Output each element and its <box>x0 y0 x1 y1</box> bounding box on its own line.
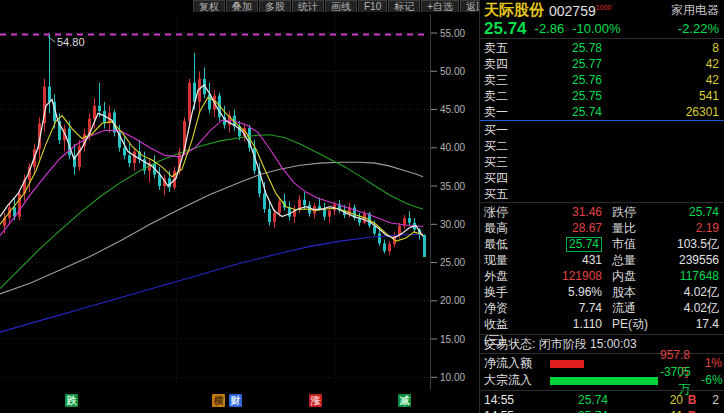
ma-line-MA120 <box>0 162 423 294</box>
event-badge-财[interactable]: 财 <box>229 394 242 407</box>
order-price <box>526 170 602 186</box>
order-level-label: 买五 <box>484 186 526 202</box>
order-book-row[interactable]: 买二 <box>480 138 724 154</box>
y-axis-label: 40.00 <box>440 142 465 153</box>
flow-pct: -6% <box>691 372 723 389</box>
order-book-row[interactable]: 买四 <box>480 170 724 186</box>
tick-row[interactable]: 14:5525.7411B <box>480 408 724 413</box>
order-book-row[interactable]: 买五 <box>480 186 724 202</box>
order-price <box>526 186 602 202</box>
stat-value: 431 <box>526 252 602 268</box>
candle-body <box>288 207 291 216</box>
order-book-row[interactable]: 卖一25.7426301 <box>480 104 724 120</box>
stat-value: 28.67 <box>526 220 602 236</box>
candle-body <box>303 200 306 205</box>
order-price <box>526 122 602 138</box>
order-level-label: 卖三 <box>484 72 526 88</box>
sector-name[interactable]: 家用电器 <box>671 2 719 19</box>
stat-label: 最高 <box>484 220 526 236</box>
candle-body <box>408 218 411 223</box>
stat-value: 2.19 <box>662 220 719 236</box>
order-price: 25.75 <box>526 88 602 104</box>
stat-label: 总量 <box>612 252 662 268</box>
flow-label: 净流入额 <box>484 355 550 372</box>
trading-terminal: 复权叠加多股统计画线F10标记+自选返回 55.0050.0045.0040.0… <box>0 0 724 413</box>
y-axis-label: 55.00 <box>440 28 465 39</box>
order-book-row[interactable]: 卖四25.7742 <box>480 56 724 72</box>
event-badge-减[interactable]: 减 <box>398 394 411 407</box>
stat-label: 跌停 <box>612 204 662 220</box>
tick-side: B <box>683 408 701 413</box>
candle-body <box>268 209 271 222</box>
y-axis-label: 15.00 <box>440 334 465 345</box>
order-level-label: 买四 <box>484 170 526 186</box>
last-price: 25.74 <box>484 19 527 39</box>
candle-body <box>128 155 131 163</box>
y-axis-label: 25.00 <box>440 257 465 268</box>
order-book-row[interactable]: 卖二25.75541 <box>480 88 724 104</box>
high-marker-label: 54.80 <box>57 36 85 48</box>
stat-label: 内盘 <box>612 268 662 284</box>
order-volume: 541 <box>602 88 719 104</box>
stat-value: 121908 <box>526 268 602 284</box>
candle-body <box>378 233 381 243</box>
candle-body <box>273 213 276 222</box>
kline-chart[interactable]: 55.0050.0045.0040.0035.0030.0025.0020.00… <box>0 0 479 413</box>
stat-label: 市值 <box>612 236 662 252</box>
stat-label: 流通 <box>612 300 662 316</box>
tick-time: 14:55 <box>484 408 524 413</box>
flow-bar-area <box>550 377 660 385</box>
candle-body <box>263 194 266 209</box>
stat-label: 最低 <box>484 236 526 252</box>
stat-label: 现量 <box>484 252 526 268</box>
order-volume <box>602 122 719 138</box>
stock-title-row: 天际股份 0027591000 家用电器 <box>484 2 719 19</box>
sector-change-pct: -2.22% <box>678 21 719 36</box>
candle-body <box>388 244 391 251</box>
y-axis-label: 35.00 <box>440 181 465 192</box>
order-book-row[interactable]: 买三 <box>480 154 724 170</box>
stat-value: 17.4 <box>662 316 719 332</box>
divider <box>480 334 724 335</box>
event-badge-横[interactable]: 横 <box>212 394 225 407</box>
divider <box>480 38 724 39</box>
order-price: 25.76 <box>526 72 602 88</box>
event-badge-涨[interactable]: 涨 <box>309 394 322 407</box>
tick-volume: 11 <box>608 408 683 413</box>
stat-value: 103.5亿 <box>662 236 719 252</box>
order-book-row[interactable]: 卖三25.7642 <box>480 72 724 88</box>
candle-body <box>123 148 126 156</box>
stat-row: 换手5.96%股本4.02亿 <box>480 284 724 300</box>
candle-body <box>48 87 51 102</box>
stat-label: 换手 <box>484 284 526 300</box>
stat-label: 外盘 <box>484 268 526 284</box>
order-price: 25.78 <box>526 40 602 56</box>
order-volume <box>602 154 719 170</box>
stat-value: 25.74 <box>526 236 602 252</box>
tick-count <box>701 408 719 413</box>
stat-label: 量比 <box>612 220 662 236</box>
candle-body <box>328 211 331 217</box>
stock-tag: 1000 <box>596 4 612 11</box>
order-level-label: 卖一 <box>484 104 526 120</box>
order-level-label: 买一 <box>484 122 526 138</box>
candle-body <box>98 106 101 111</box>
stat-value: 31.46 <box>526 204 602 220</box>
price-row: 25.74 -2.86 -10.00% -2.22% <box>484 20 719 37</box>
tick-price: 25.74 <box>524 392 608 408</box>
order-price: 25.74 <box>526 104 602 120</box>
order-book-row[interactable]: 卖五25.788 <box>480 40 724 56</box>
price-change: -2.86 <box>535 21 565 36</box>
stat-label: 净资 <box>484 300 526 316</box>
tick-time: 14:55 <box>484 392 524 408</box>
order-price <box>526 138 602 154</box>
stat-value: 25.74 <box>662 204 719 220</box>
tick-row[interactable]: 14:5525.7420B2 <box>480 392 724 408</box>
order-book-row[interactable]: 买一 <box>480 122 724 138</box>
ma-line-MA250 <box>0 234 423 332</box>
order-level-label: 买三 <box>484 154 526 170</box>
order-volume <box>602 138 719 154</box>
book-divider <box>480 120 724 121</box>
tick-list[interactable]: 14:5525.7420B214:5525.7411B <box>480 392 724 413</box>
event-badge-跌[interactable]: 跌 <box>65 394 78 407</box>
